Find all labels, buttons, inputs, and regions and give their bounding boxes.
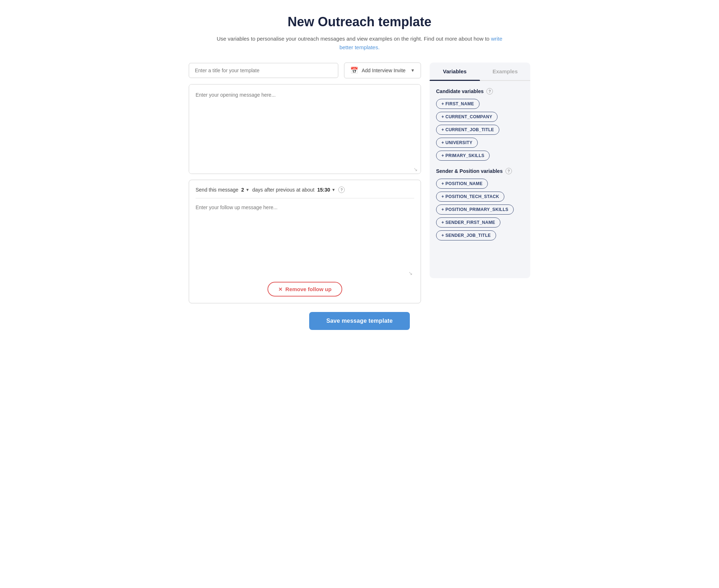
timing-help-icon[interactable]: ?	[338, 187, 345, 193]
remove-followup-button[interactable]: ✕ Remove follow up	[267, 282, 342, 297]
subtitle-text: Use variables to personalise your outrea…	[217, 36, 491, 42]
tabs-row: Variables Examples	[430, 63, 530, 81]
tab-variables[interactable]: Variables	[430, 63, 480, 80]
variables-panel: Variables Examples Candidate variables ?…	[430, 63, 530, 278]
page-subtitle: Use variables to personalise your outrea…	[216, 35, 503, 52]
page-title: New Outreach template	[216, 14, 503, 29]
var-tag-position-name[interactable]: + POSITION_NAME	[436, 179, 488, 189]
sender-section-title: Sender & Position variables ?	[436, 168, 524, 174]
interview-invite-label: Add Interview Invite	[362, 68, 406, 73]
template-title-input[interactable]	[189, 63, 338, 78]
candidate-tags: + FIRST_NAME + CURRENT_COMPANY + CURRENT…	[436, 99, 524, 161]
days-after-label: days after previous at about	[252, 187, 315, 193]
var-tag-current-company[interactable]: + CURRENT_COMPANY	[436, 112, 498, 122]
sender-help-icon[interactable]: ?	[505, 168, 512, 174]
var-tag-position-primary-skills[interactable]: + POSITION_PRIMARY_SKILLS	[436, 205, 514, 215]
main-container: 📅 Add Interview Invite ▼ ↘ Send this mes…	[189, 63, 530, 303]
time-value: 15:30	[317, 187, 330, 193]
var-tag-primary-skills[interactable]: + PRIMARY_SKILLS	[436, 151, 490, 161]
calendar-icon: 📅	[350, 66, 358, 74]
followup-message-textarea[interactable]	[196, 203, 414, 268]
remove-followup-label: Remove follow up	[285, 286, 331, 292]
sender-tags: + POSITION_NAME + POSITION_TECH_STACK + …	[436, 179, 524, 240]
opening-message-box: ↘	[189, 84, 421, 174]
var-tag-position-tech-stack[interactable]: + POSITION_TECH_STACK	[436, 192, 504, 202]
followup-resize-handle: ↘	[196, 270, 414, 277]
followup-timing: Send this message 2 ▼ days after previou…	[196, 187, 414, 198]
followup-resize-icon: ↘	[408, 270, 413, 276]
time-chevron-icon: ▼	[331, 188, 335, 192]
tab-examples[interactable]: Examples	[480, 63, 530, 80]
var-tag-current-job-title[interactable]: + CURRENT_JOB_TITLE	[436, 125, 499, 135]
variables-content: Candidate variables ? + FIRST_NAME + CUR…	[430, 88, 530, 240]
opening-message-textarea[interactable]	[189, 84, 421, 164]
var-tag-sender-first-name[interactable]: + SENDER_FIRST_NAME	[436, 217, 500, 228]
resize-handle: ↘	[189, 165, 421, 174]
var-tag-university[interactable]: + UNIVERSITY	[436, 138, 478, 148]
top-controls: 📅 Add Interview Invite ▼	[189, 63, 421, 78]
candidate-section-title: Candidate variables ?	[436, 88, 524, 95]
var-tag-first-name[interactable]: + FIRST_NAME	[436, 99, 480, 109]
left-panel: 📅 Add Interview Invite ▼ ↘ Send this mes…	[189, 63, 421, 303]
followup-footer: ✕ Remove follow up	[196, 277, 414, 303]
resize-icon: ↘	[413, 166, 418, 172]
send-label: Send this message	[196, 187, 238, 193]
candidate-help-icon[interactable]: ?	[486, 88, 493, 95]
days-chevron-icon: ▼	[246, 188, 249, 192]
days-select[interactable]: 2 ▼	[241, 187, 249, 193]
var-tag-sender-job-title[interactable]: + SENDER_JOB_TITLE	[436, 230, 496, 240]
time-select[interactable]: 15:30 ▼	[317, 187, 336, 193]
save-template-button[interactable]: Save message template	[309, 312, 410, 330]
x-icon: ✕	[278, 286, 283, 292]
save-btn-container: Save message template	[189, 312, 530, 330]
interview-invite-button[interactable]: 📅 Add Interview Invite ▼	[344, 63, 421, 78]
chevron-down-icon: ▼	[411, 68, 415, 73]
page-header: New Outreach template Use variables to p…	[216, 14, 503, 52]
followup-box: Send this message 2 ▼ days after previou…	[189, 180, 421, 303]
days-value: 2	[241, 187, 244, 193]
